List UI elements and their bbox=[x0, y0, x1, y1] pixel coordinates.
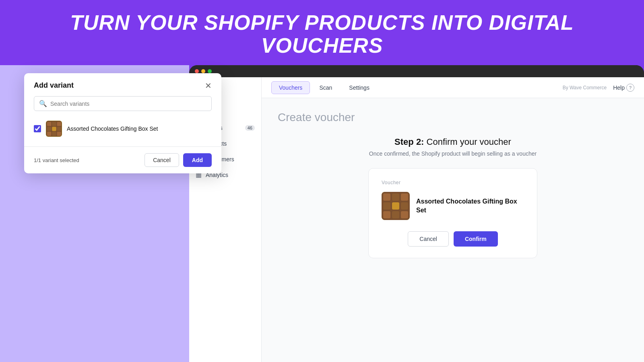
app-frame: V ⌂ Home ⬡ Orders 46 bbox=[189, 77, 644, 362]
svg-rect-9 bbox=[57, 132, 61, 136]
svg-rect-1 bbox=[47, 122, 51, 126]
help-button[interactable]: Help ? bbox=[613, 84, 634, 92]
add-variant-modal: Add variant ✕ 🔍 bbox=[24, 73, 221, 173]
modal-header: Add variant ✕ bbox=[24, 73, 221, 96]
svg-rect-14 bbox=[383, 202, 390, 210]
product-name: Assorted Chocolates Gifting Box Set bbox=[416, 197, 524, 215]
page-content: Create voucher Step 2: Confirm your vouc… bbox=[262, 98, 644, 362]
step-subtext: Once confirmed, the Shopify product will… bbox=[369, 150, 537, 157]
variant-item: Assorted Chocolates Gifting Box Set bbox=[34, 117, 212, 140]
variant-list: Assorted Chocolates Gifting Box Set bbox=[24, 117, 221, 142]
svg-rect-2 bbox=[52, 122, 56, 126]
main-content: Vouchers Scan Settings By Wave Commerce … bbox=[262, 77, 644, 362]
browser-close-dot bbox=[195, 69, 199, 73]
svg-rect-11 bbox=[383, 193, 390, 201]
variant-checkbox[interactable] bbox=[34, 125, 41, 132]
help-icon: ? bbox=[626, 84, 634, 92]
page-title: Create voucher bbox=[278, 111, 628, 124]
svg-rect-4 bbox=[47, 127, 51, 131]
search-input[interactable] bbox=[50, 101, 206, 107]
voucher-card: Voucher bbox=[368, 168, 537, 258]
step-section: Step 2: Confirm your voucher Once confir… bbox=[278, 137, 628, 258]
nav-tabs: Vouchers Scan Settings bbox=[271, 81, 377, 94]
help-label: Help bbox=[613, 84, 625, 91]
modal-title: Add variant bbox=[34, 81, 74, 90]
voucher-cancel-button[interactable]: Cancel bbox=[408, 231, 449, 247]
close-button[interactable]: ✕ bbox=[205, 82, 212, 90]
browser-maximize-dot bbox=[208, 69, 212, 73]
confirm-button[interactable]: Confirm bbox=[454, 231, 498, 247]
svg-rect-8 bbox=[52, 132, 56, 136]
nav-right: By Wave Commerce Help ? bbox=[563, 84, 634, 92]
bottom-area: Add variant ✕ 🔍 bbox=[0, 65, 644, 362]
svg-rect-15 bbox=[392, 202, 399, 210]
svg-rect-12 bbox=[392, 193, 399, 201]
browser-window: V ⌂ Home ⬡ Orders 46 bbox=[189, 65, 644, 362]
top-nav: Vouchers Scan Settings By Wave Commerce … bbox=[262, 77, 644, 98]
svg-rect-17 bbox=[383, 211, 390, 218]
voucher-label: Voucher bbox=[382, 180, 524, 185]
svg-rect-18 bbox=[392, 211, 399, 218]
variant-image bbox=[46, 121, 62, 137]
svg-rect-3 bbox=[57, 122, 61, 126]
add-button[interactable]: Add bbox=[183, 153, 212, 167]
svg-rect-5 bbox=[52, 127, 56, 131]
product-image bbox=[382, 192, 410, 220]
left-area: Add variant ✕ 🔍 bbox=[0, 65, 189, 362]
modal-footer: 1/1 variant selected Cancel Add bbox=[24, 146, 221, 173]
svg-rect-6 bbox=[57, 127, 61, 131]
by-wave-label: By Wave Commerce bbox=[563, 85, 607, 90]
search-container: 🔍 bbox=[34, 96, 212, 111]
step-heading: Step 2: Confirm your voucher bbox=[394, 137, 511, 147]
banner: TURN YOUR SHOPIFY PRODUCTS INTO DIGITAL … bbox=[0, 0, 644, 65]
step-description: Confirm your voucher bbox=[427, 137, 511, 147]
banner-title: TURN YOUR SHOPIFY PRODUCTS INTO DIGITAL … bbox=[16, 11, 628, 57]
step-number: Step 2: bbox=[394, 137, 424, 147]
svg-rect-13 bbox=[401, 193, 408, 201]
svg-rect-16 bbox=[401, 202, 408, 210]
tab-settings[interactable]: Settings bbox=[341, 81, 377, 94]
svg-rect-19 bbox=[401, 211, 408, 218]
tab-scan[interactable]: Scan bbox=[312, 81, 340, 94]
footer-actions: Cancel Add bbox=[144, 153, 212, 167]
voucher-actions: Cancel Confirm bbox=[382, 231, 524, 247]
voucher-product: Assorted Chocolates Gifting Box Set bbox=[382, 192, 524, 220]
selected-count: 1/1 variant selected bbox=[34, 157, 79, 163]
search-icon: 🔍 bbox=[39, 100, 47, 107]
svg-rect-7 bbox=[47, 132, 51, 136]
variant-name: Assorted Chocolates Gifting Box Set bbox=[67, 125, 158, 132]
orders-badge: 46 bbox=[245, 125, 255, 131]
browser-minimize-dot bbox=[201, 69, 205, 73]
browser-chrome bbox=[189, 65, 644, 77]
cancel-button[interactable]: Cancel bbox=[144, 153, 179, 167]
tab-vouchers[interactable]: Vouchers bbox=[271, 81, 310, 94]
